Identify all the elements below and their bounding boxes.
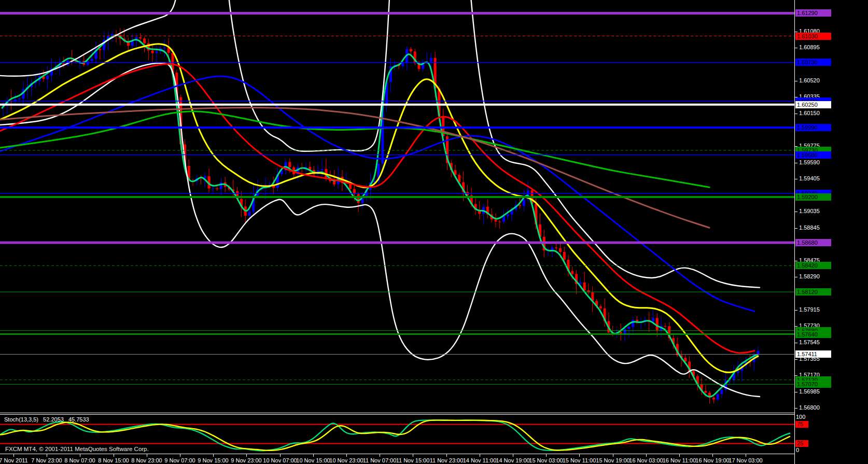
- stoch-signal-value: 45.7533: [68, 416, 89, 423]
- price-level-label: 1.57070: [795, 381, 831, 388]
- time-tick-label: 16 Nov 03:00: [629, 457, 663, 463]
- stoch-name: Stoch(13,3,5): [4, 416, 38, 423]
- ma-brown: [0, 107, 709, 228]
- price-tick-label: 1.57915: [795, 306, 820, 313]
- price-chart-canvas[interactable]: [0, 0, 794, 413]
- time-axis[interactable]: 7 Nov 20117 Nov 23:008 Nov 07:008 Nov 15…: [0, 454, 868, 464]
- time-tick-label: 8 Nov 07:00: [64, 457, 95, 463]
- price-tick-mark: [795, 408, 797, 409]
- time-tick-label: 10 Nov 07:00: [263, 457, 297, 463]
- price-tick-label: 1.60895: [795, 44, 820, 50]
- price-tick-label: 1.60150: [795, 110, 820, 116]
- candlesticks: [2, 28, 760, 404]
- time-tick-label: 17 Nov 03:00: [729, 457, 762, 463]
- time-tick-mark: [579, 454, 580, 457]
- time-tick-label: 15 Nov 11:00: [563, 457, 596, 463]
- price-tick-mark: [795, 310, 797, 311]
- time-tick-mark: [513, 454, 513, 457]
- price-level-label: 1.60250: [795, 101, 831, 108]
- time-tick-label: 8 Nov 15:00: [98, 457, 129, 463]
- price-tick-mark: [795, 343, 797, 343]
- time-tick-label: 16 Nov 19:00: [695, 457, 729, 463]
- ma-green-slow: [0, 111, 709, 187]
- price-level-label: 1.60730: [795, 59, 831, 66]
- price-level-label: 1.58420: [795, 262, 831, 269]
- price-level-label: 1.58120: [795, 288, 831, 296]
- time-tick-label: 10 Nov 15:00: [296, 457, 330, 463]
- ma-springgreen-fast: [2, 35, 757, 397]
- time-tick-mark: [480, 454, 480, 457]
- price-tick-mark: [795, 32, 797, 32]
- stoch-scale-label: 100: [796, 414, 805, 420]
- price-level-label: 1.57411: [795, 350, 831, 358]
- price-axis[interactable]: 1.610801.608951.605201.603351.601501.597…: [795, 0, 868, 413]
- time-tick-label: 11 Nov 23:00: [430, 457, 464, 463]
- time-tick-label: 15 Nov 03:00: [529, 457, 563, 463]
- time-tick-label: 14 Nov 11:00: [463, 457, 497, 463]
- time-tick-mark: [180, 454, 180, 457]
- price-tick-mark: [795, 228, 797, 229]
- price-tick-label: 1.60520: [795, 77, 820, 83]
- time-tick-mark: [380, 454, 380, 457]
- price-tick-mark: [795, 277, 797, 277]
- stoch-level-label: 25: [795, 440, 808, 447]
- time-tick-mark: [114, 454, 114, 457]
- time-tick-mark: [646, 454, 647, 457]
- time-tick-label: 9 Nov 07:00: [164, 457, 195, 463]
- time-tick-mark: [346, 454, 347, 457]
- time-tick-mark: [546, 454, 547, 457]
- price-tick-label: 1.56800: [795, 404, 820, 411]
- price-level-label: 1.61030: [795, 33, 831, 40]
- time-tick-mark: [446, 454, 447, 457]
- time-tick-label: 10 Nov 23:00: [329, 457, 363, 463]
- price-tick-mark: [795, 375, 797, 376]
- price-tick-mark: [795, 212, 797, 212]
- time-tick-label: 8 Nov 23:00: [131, 457, 162, 463]
- ma-yellow: [0, 44, 758, 373]
- time-tick-mark: [280, 454, 281, 457]
- price-tick-label: 1.59405: [795, 175, 820, 181]
- price-tick-label: 1.59590: [795, 159, 820, 165]
- price-tick-mark: [795, 326, 797, 327]
- time-tick-mark: [413, 454, 413, 457]
- time-tick-mark: [712, 454, 713, 457]
- time-tick-label: 16 Nov 11:00: [663, 457, 696, 463]
- price-tick-mark: [795, 392, 797, 392]
- time-tick-mark: [147, 454, 147, 457]
- stoch-axis[interactable]: 10007525: [795, 414, 868, 454]
- time-tick-mark: [679, 454, 680, 457]
- price-level-label: 1.58680: [795, 239, 831, 246]
- bollinger-lower: [0, 63, 760, 397]
- time-tick-mark: [13, 454, 14, 457]
- time-tick-label: 7 Nov 23:00: [31, 457, 62, 463]
- stoch-level-label: 75: [795, 421, 808, 428]
- price-level-label: 1.59990: [795, 124, 831, 131]
- time-tick-mark: [313, 454, 314, 457]
- price-tick-label: 1.58290: [795, 273, 820, 279]
- time-tick-mark: [613, 454, 613, 457]
- time-tick-label: 15 Nov 19:00: [596, 457, 629, 463]
- time-tick-label: 11 Nov 07:00: [363, 457, 397, 463]
- time-tick-label: 11 Nov 15:00: [396, 457, 430, 463]
- price-tick-label: 1.57545: [795, 339, 820, 345]
- time-tick-label: 9 Nov 15:00: [198, 457, 228, 463]
- stoch-main-value: 52.2053: [43, 416, 64, 423]
- price-tick-mark: [795, 114, 797, 114]
- time-tick-label: 7 Nov 2011: [0, 457, 28, 463]
- copyright-text: FXCM MT4, © 2001-2011 MetaQuotes Softwar…: [5, 446, 149, 452]
- stoch-scale-label: 0: [796, 447, 799, 453]
- price-level-label: 1.59680: [795, 151, 831, 159]
- stochastic-indicator-label: Stoch(13,3,5) 52.2053 45.7533: [4, 416, 92, 423]
- time-tick-mark: [80, 454, 80, 457]
- price-level-label: 1.57640: [795, 331, 831, 338]
- price-tick-mark: [795, 81, 797, 81]
- price-tick-label: 1.58845: [795, 224, 820, 231]
- time-tick-mark: [746, 454, 746, 457]
- mt4-chart-window: Stoch(13,3,5) 52.2053 45.7533 FXCM MT4, …: [0, 0, 868, 464]
- time-tick-mark: [246, 454, 247, 457]
- pane-separator-top[interactable]: [0, 413, 794, 413]
- time-tick-label: 9 Nov 23:00: [231, 457, 261, 463]
- time-tick-mark: [47, 454, 47, 457]
- price-tick-mark: [795, 261, 797, 261]
- time-tick-mark: [213, 454, 214, 457]
